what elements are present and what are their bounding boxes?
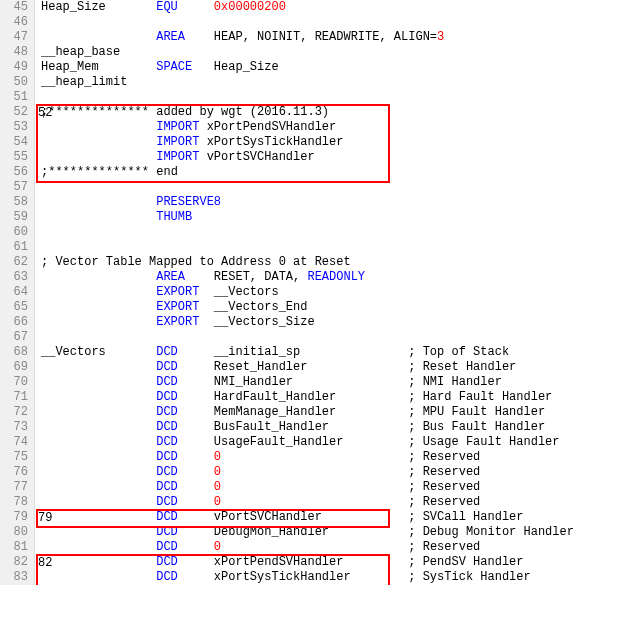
line-number: 56 (0, 165, 35, 180)
code-token (178, 465, 214, 479)
code-token (178, 450, 214, 464)
code-line[interactable]: 77 DCD 0 ; Reserved (0, 480, 642, 495)
code-line[interactable]: 82 DCD xPortPendSVHandler ; PendSV Handl… (0, 555, 642, 570)
code-line[interactable]: 81 DCD 0 ; Reserved (0, 540, 642, 555)
code-line[interactable]: 69 DCD Reset_Handler ; Reset Handler (0, 360, 642, 375)
line-number: 74 (0, 435, 35, 450)
code-token: __Vectors_End (199, 300, 307, 314)
code-content: DCD UsageFault_Handler ; Usage Fault Han… (35, 435, 560, 450)
code-token: __Vectors (41, 345, 156, 359)
code-line[interactable]: 83 DCD xPortSysTickHandler ; SysTick Han… (0, 570, 642, 585)
code-line[interactable]: 68__Vectors DCD __initial_sp ; Top of St… (0, 345, 642, 360)
code-line[interactable]: 56;************** end (0, 165, 642, 180)
code-line[interactable]: 54 IMPORT xPortSysTickHandler (0, 135, 642, 150)
code-line[interactable]: 45Heap_Size EQU 0x00000200 (0, 0, 642, 15)
code-content: DCD vPortSVCHandler ; SVCall Handler (35, 510, 523, 525)
code-token: HardFault_Handler ; Hard Fault Handler (178, 390, 552, 404)
code-line[interactable]: 47 AREA HEAP, NOINIT, READWRITE, ALIGN=3 (0, 30, 642, 45)
code-line[interactable]: 59 THUMB (0, 210, 642, 225)
code-line[interactable]: 79 DCD vPortSVCHandler ; SVCall Handler (0, 510, 642, 525)
line-number: 77 (0, 480, 35, 495)
code-line[interactable]: 75 DCD 0 ; Reserved (0, 450, 642, 465)
code-line[interactable]: 73 DCD BusFault_Handler ; Bus Fault Hand… (0, 420, 642, 435)
code-line[interactable]: 58 PRESERVE8 (0, 195, 642, 210)
code-token: __heap_limit (41, 75, 127, 89)
code-token: AREA (156, 270, 185, 284)
code-line[interactable]: 53 IMPORT xPortPendSVHandler (0, 120, 642, 135)
line-number: 82 (0, 555, 35, 570)
code-token: DCD (156, 510, 178, 524)
code-editor-view: 45Heap_Size EQU 0x000002004647 AREA HEAP… (0, 0, 642, 585)
code-line[interactable]: 74 DCD UsageFault_Handler ; Usage Fault … (0, 435, 642, 450)
code-content: THUMB (35, 210, 192, 225)
code-content: DCD DebugMon_Handler ; Debug Monitor Han… (35, 525, 574, 540)
code-token: DebugMon_Handler ; Debug Monitor Handler (178, 525, 574, 539)
code-line[interactable]: 55 IMPORT vPortSVCHandler (0, 150, 642, 165)
code-token (41, 450, 156, 464)
code-content: DCD 0 ; Reserved (35, 465, 480, 480)
code-content: IMPORT xPortPendSVHandler (35, 120, 336, 135)
code-line[interactable]: 49Heap_Mem SPACE Heap_Size (0, 60, 642, 75)
code-token: ; Reserved (221, 480, 480, 494)
code-token: DCD (156, 390, 178, 404)
line-number: 46 (0, 15, 35, 30)
code-content: IMPORT vPortSVCHandler (35, 150, 315, 165)
code-token (41, 570, 156, 584)
code-line[interactable]: 62; Vector Table Mapped to Address 0 at … (0, 255, 642, 270)
code-content: DCD 0 ; Reserved (35, 495, 480, 510)
code-token (178, 0, 214, 14)
code-line[interactable]: 51 (0, 90, 642, 105)
code-token: DCD (156, 480, 178, 494)
code-content (35, 180, 41, 195)
code-content: EXPORT __Vectors_End (35, 300, 307, 315)
line-number: 83 (0, 570, 35, 585)
code-token (41, 375, 156, 389)
code-line[interactable]: 64 EXPORT __Vectors (0, 285, 642, 300)
code-token: PRESERVE8 (156, 195, 221, 209)
code-token: DCD (156, 345, 178, 359)
code-line[interactable]: 61 (0, 240, 642, 255)
code-line[interactable]: 48__heap_base (0, 45, 642, 60)
code-token: 0 (214, 495, 221, 509)
code-line[interactable]: 52;************** added by wgt (2016.11.… (0, 105, 642, 120)
code-line[interactable]: 76 DCD 0 ; Reserved (0, 465, 642, 480)
code-content: __heap_base (35, 45, 120, 60)
code-content (35, 15, 41, 30)
code-line[interactable]: 70 DCD NMI_Handler ; NMI Handler (0, 375, 642, 390)
code-content: DCD HardFault_Handler ; Hard Fault Handl… (35, 390, 552, 405)
code-line[interactable]: 57 (0, 180, 642, 195)
code-line[interactable]: 46 (0, 15, 642, 30)
line-number: 51 (0, 90, 35, 105)
line-number: 75 (0, 450, 35, 465)
code-content: ; Vector Table Mapped to Address 0 at Re… (35, 255, 351, 270)
code-line[interactable]: 65 EXPORT __Vectors_End (0, 300, 642, 315)
code-content: AREA RESET, DATA, READONLY (35, 270, 365, 285)
code-line[interactable]: 67 (0, 330, 642, 345)
code-token: DCD (156, 555, 178, 569)
code-line[interactable]: 60 (0, 225, 642, 240)
line-number: 70 (0, 375, 35, 390)
code-token: xPortSysTickHandler ; SysTick Handler (178, 570, 531, 584)
code-token: Heap_Mem (41, 60, 156, 74)
line-number: 71 (0, 390, 35, 405)
code-token (41, 495, 156, 509)
code-token: DCD (156, 465, 178, 479)
code-token: end (149, 165, 178, 179)
code-line[interactable]: 80 DCD DebugMon_Handler ; Debug Monitor … (0, 525, 642, 540)
code-content: DCD 0 ; Reserved (35, 450, 480, 465)
code-line[interactable]: 50__heap_limit (0, 75, 642, 90)
code-line[interactable]: 63 AREA RESET, DATA, READONLY (0, 270, 642, 285)
code-token: DCD (156, 525, 178, 539)
code-token (41, 465, 156, 479)
code-line[interactable]: 78 DCD 0 ; Reserved (0, 495, 642, 510)
code-token (41, 315, 156, 329)
code-content: DCD 0 ; Reserved (35, 540, 480, 555)
code-content: Heap_Mem SPACE Heap_Size (35, 60, 279, 75)
code-token: 0 (214, 480, 221, 494)
line-number: 60 (0, 225, 35, 240)
code-line[interactable]: 66 EXPORT __Vectors_Size (0, 315, 642, 330)
code-content: PRESERVE8 (35, 195, 221, 210)
code-line[interactable]: 72 DCD MemManage_Handler ; MPU Fault Han… (0, 405, 642, 420)
code-line[interactable]: 71 DCD HardFault_Handler ; Hard Fault Ha… (0, 390, 642, 405)
code-token: xPortPendSVHandler (199, 120, 336, 134)
